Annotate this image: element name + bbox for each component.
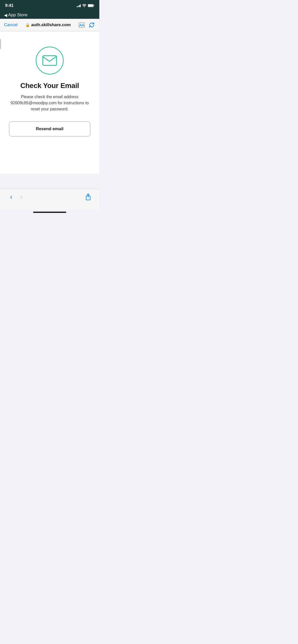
text-size-button[interactable]: AA — [79, 22, 85, 28]
browser-url: auth.skillshare.com — [31, 22, 71, 27]
svg-rect-3 — [43, 56, 57, 65]
status-bar: 9:41 — [0, 0, 99, 11]
status-icons — [77, 4, 94, 7]
back-arrow-icon: ◀ — [4, 13, 7, 18]
svg-rect-1 — [93, 5, 94, 6]
home-indicator — [0, 210, 99, 215]
reload-icon — [89, 22, 94, 28]
signal-icon — [77, 4, 81, 7]
phone-screen: 9:41 ◀ App Store Cancel — [0, 0, 99, 215]
reload-button[interactable] — [88, 21, 95, 28]
svg-rect-2 — [88, 5, 93, 7]
forward-button[interactable]: › — [16, 192, 26, 202]
web-content: Check Your Email Please check the email … — [0, 31, 99, 174]
resend-email-button[interactable]: Resend email — [9, 121, 90, 137]
safari-toolbar: ‹ › — [0, 189, 99, 210]
content-area: Check Your Email Please check the email … — [0, 31, 99, 189]
page-heading: Check Your Email — [20, 82, 79, 90]
chevron-left-icon: ‹ — [10, 193, 12, 201]
page-body: Please check the email address 92609c85@… — [9, 94, 90, 112]
scroll-handle — [0, 39, 1, 49]
chevron-right-icon: › — [20, 193, 22, 201]
app-store-back-label: App Store — [8, 12, 28, 18]
share-button[interactable] — [83, 192, 93, 202]
home-pill — [33, 212, 66, 213]
browser-bar: Cancel 🔒 auth.skillshare.com AA — [0, 19, 99, 31]
app-store-bar: ◀ App Store — [0, 11, 99, 19]
battery-icon — [88, 4, 94, 7]
back-button[interactable]: ‹ — [6, 192, 16, 202]
browser-actions: AA — [79, 21, 95, 28]
envelope-icon — [42, 55, 57, 66]
browser-url-bar: 🔒 auth.skillshare.com — [21, 22, 76, 27]
share-icon — [85, 193, 91, 200]
cancel-button[interactable]: Cancel — [4, 22, 18, 27]
email-icon-circle — [36, 47, 64, 75]
wifi-icon — [82, 4, 86, 7]
status-time: 9:41 — [5, 3, 13, 8]
lock-icon: 🔒 — [25, 23, 30, 27]
